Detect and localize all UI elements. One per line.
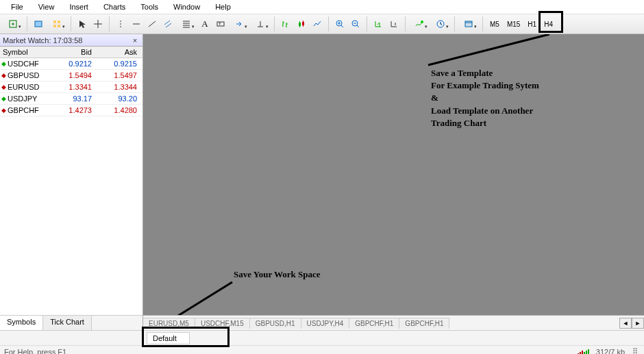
vline-icon: [116, 19, 125, 29]
fibo-button[interactable]: [176, 16, 197, 31]
symbol-name: GBPUSD: [8, 71, 39, 79]
profile-bar: Default: [0, 330, 644, 345]
market-watch-row[interactable]: ◆USDJPY93.1793.20: [0, 93, 143, 105]
text-button[interactable]: A: [197, 16, 212, 31]
arrow-down-icon: ◆: [1, 72, 6, 79]
svg-rect-4: [53, 25, 56, 27]
bid-price: 1.4273: [49, 106, 95, 114]
cursor-icon: [77, 19, 87, 29]
market-watch-row[interactable]: ◆GBPUSD1.54941.5497: [0, 70, 143, 81]
menu-insert[interactable]: Insert: [62, 1, 95, 12]
candles-icon: [297, 19, 306, 29]
svg-point-12: [421, 21, 423, 23]
ask-price: 1.4280: [95, 106, 140, 114]
menu-charts[interactable]: Charts: [97, 1, 132, 12]
ask-price: 1.5497: [95, 71, 140, 79]
trendline-button[interactable]: [145, 16, 160, 31]
market-watch-rows: ◆USDCHF0.92120.9215◆GBPUSD1.54941.5497◆E…: [0, 58, 143, 116]
chart-tab[interactable]: GBPUSD,H1: [250, 318, 301, 329]
hline-icon: [132, 19, 141, 29]
symbol-name: GBPCHF: [8, 106, 39, 114]
arrow-up-icon: ◆: [1, 95, 6, 102]
zoom-in-icon: [335, 19, 345, 29]
market-watch-tabs: Symbols Tick Chart: [0, 315, 143, 330]
timeframe-m15[interactable]: M15: [504, 16, 523, 31]
label-button[interactable]: T: [213, 16, 228, 31]
plus-icon: [8, 19, 18, 29]
timeframe-m5[interactable]: M5: [486, 16, 503, 31]
arrow-down-icon: ◆: [1, 107, 6, 114]
col-symbol[interactable]: Symbol: [0, 47, 49, 58]
menu-window[interactable]: Window: [166, 1, 207, 12]
zoom-out-button[interactable]: [348, 16, 363, 31]
channel-button[interactable]: [160, 16, 175, 31]
candle-chart-button[interactable]: [294, 16, 309, 31]
periodicity-button[interactable]: [430, 16, 451, 31]
zoom-in-button[interactable]: [332, 16, 347, 31]
new-chart-button[interactable]: [3, 16, 23, 31]
bid-price: 0.9212: [49, 60, 95, 68]
zoom-out-icon: [351, 19, 360, 29]
chart-tab[interactable]: GBPCHF,H1: [399, 318, 449, 329]
indicator-icon: [414, 19, 424, 29]
shift-icon: [389, 19, 399, 29]
vline-button[interactable]: [113, 16, 128, 31]
svg-rect-1: [35, 21, 42, 27]
crosshair-icon: [93, 19, 103, 29]
menu-help[interactable]: Help: [208, 1, 238, 12]
market-watch-row[interactable]: ◆USDCHF0.92120.9215: [0, 58, 143, 70]
trendline-icon: [147, 19, 157, 29]
symbol-name: EURUSD: [8, 83, 39, 91]
profiles-button[interactable]: [31, 16, 46, 31]
annotation-box-template: [538, 11, 563, 33]
scroll-right-button[interactable]: ►: [632, 318, 644, 329]
chart-tab[interactable]: GBPCHF,H1: [349, 318, 399, 329]
annotation-lines: [143, 34, 644, 330]
market-watch-row[interactable]: ◆GBPCHF1.42731.4280: [0, 105, 143, 116]
chart-area[interactable]: Save a Template For Example Trading Syte…: [143, 34, 644, 330]
svg-rect-14: [465, 21, 472, 27]
svg-rect-5: [58, 25, 60, 27]
market-watch-row[interactable]: ◆EURUSD1.33411.3344: [0, 81, 143, 93]
svg-rect-2: [53, 21, 56, 23]
crosshair-button[interactable]: [90, 16, 106, 31]
chart-tab[interactable]: USDJPY,H4: [301, 318, 350, 329]
shift-button[interactable]: [386, 16, 401, 31]
line-chart-button[interactable]: [310, 16, 325, 31]
hline-button[interactable]: [129, 16, 144, 31]
bars-icon: [281, 19, 290, 29]
cursor-button[interactable]: [75, 16, 90, 31]
col-bid[interactable]: Bid: [49, 47, 95, 58]
template-icon: [464, 19, 473, 29]
svg-line-15: [428, 34, 549, 65]
tab-tick-chart[interactable]: Tick Chart: [43, 316, 92, 330]
svg-text:T: T: [219, 22, 221, 26]
status-help-text: For Help, press F1: [4, 348, 66, 355]
autoscroll-button[interactable]: [371, 16, 386, 31]
resize-grip-icon: ⠿: [630, 347, 640, 354]
tab-symbols[interactable]: Symbols: [0, 316, 43, 330]
symbol-name: USDCHF: [8, 60, 39, 68]
col-ask[interactable]: Ask: [95, 47, 140, 58]
ask-price: 93.20: [95, 94, 140, 103]
arrow-down-icon: ◆: [1, 84, 6, 90]
ask-price: 0.9215: [95, 60, 140, 68]
window-icon: [34, 19, 43, 29]
market-watch-columns: Symbol Bid Ask: [0, 47, 143, 58]
ask-price: 1.3344: [95, 83, 140, 91]
annotation-box-profile: [142, 327, 230, 347]
profiles-dropdown[interactable]: [47, 16, 67, 31]
timeframe-h1[interactable]: H1: [524, 16, 540, 31]
scroll-left-button[interactable]: ◄: [619, 318, 632, 329]
shape-icon: [256, 19, 265, 29]
menu-view[interactable]: View: [32, 1, 62, 12]
menu-file[interactable]: File: [4, 1, 30, 12]
shapes-button[interactable]: [250, 16, 271, 31]
indicators-button[interactable]: [409, 16, 430, 31]
arrows-button[interactable]: [229, 16, 249, 31]
menu-tools[interactable]: Tools: [134, 1, 165, 12]
bar-chart-button[interactable]: [278, 16, 293, 31]
template-button[interactable]: [458, 16, 479, 31]
close-icon[interactable]: ×: [130, 36, 140, 45]
market-watch-panel: Market Watch: 17:03:58 × Symbol Bid Ask …: [0, 34, 143, 330]
